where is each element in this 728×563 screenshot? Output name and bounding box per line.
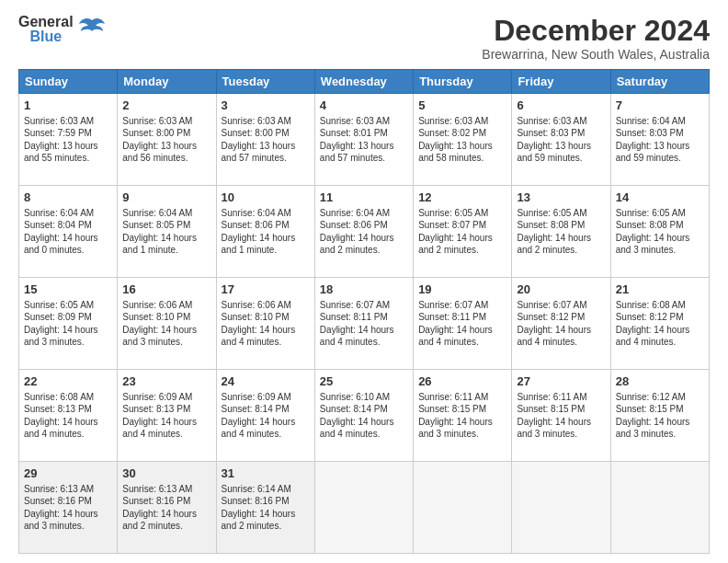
- daylight-text: Daylight: 14 hours and 4 minutes.: [320, 417, 394, 440]
- sunrise-text: Sunrise: 6:03 AM: [320, 116, 390, 126]
- day-number: 9: [122, 190, 210, 206]
- day-number: 28: [616, 373, 704, 390]
- logo: General Blue: [18, 15, 107, 44]
- calendar-cell: 3 Sunrise: 6:03 AM Sunset: 8:00 PM Dayli…: [216, 94, 314, 186]
- logo-blue: Blue: [29, 29, 62, 44]
- calendar-cell: 9 Sunrise: 6:04 AM Sunset: 8:05 PM Dayli…: [118, 186, 216, 278]
- calendar-day-header: Monday: [118, 70, 216, 94]
- title-block: December 2024 Brewarrina, New South Wale…: [482, 15, 710, 62]
- sunset-text: Sunset: 8:13 PM: [24, 404, 92, 414]
- day-number: 12: [418, 190, 506, 206]
- daylight-text: Daylight: 13 hours and 56 minutes.: [122, 141, 197, 164]
- day-number: 8: [24, 190, 112, 206]
- calendar-day-header: Sunday: [19, 70, 118, 94]
- sunrise-text: Sunrise: 6:07 AM: [418, 300, 488, 310]
- daylight-text: Daylight: 13 hours and 59 minutes.: [616, 141, 690, 164]
- calendar-cell: [414, 462, 512, 554]
- calendar-cell: 25 Sunrise: 6:10 AM Sunset: 8:14 PM Dayl…: [314, 370, 413, 462]
- sunset-text: Sunset: 8:02 PM: [418, 128, 486, 138]
- day-number: 2: [122, 98, 210, 114]
- daylight-text: Daylight: 14 hours and 2 minutes.: [517, 233, 591, 256]
- calendar-cell: 29 Sunrise: 6:13 AM Sunset: 8:16 PM Dayl…: [19, 462, 118, 554]
- daylight-text: Daylight: 14 hours and 2 minutes.: [320, 233, 394, 256]
- sunrise-text: Sunrise: 6:07 AM: [517, 300, 586, 310]
- daylight-text: Daylight: 14 hours and 3 minutes.: [616, 233, 690, 256]
- day-number: 24: [222, 373, 310, 390]
- calendar-body: 1 Sunrise: 6:03 AM Sunset: 7:59 PM Dayli…: [19, 94, 710, 554]
- day-number: 19: [418, 282, 506, 298]
- day-number: 25: [320, 373, 408, 390]
- sunset-text: Sunset: 8:15 PM: [616, 404, 684, 414]
- calendar-cell: 24 Sunrise: 6:09 AM Sunset: 8:14 PM Dayl…: [216, 370, 314, 462]
- daylight-text: Daylight: 14 hours and 1 minute.: [222, 233, 296, 256]
- day-number: 29: [24, 465, 112, 482]
- daylight-text: Daylight: 14 hours and 4 minutes.: [222, 325, 296, 348]
- calendar-day-header: Wednesday: [314, 70, 413, 94]
- daylight-text: Daylight: 14 hours and 3 minutes.: [122, 325, 197, 348]
- sunrise-text: Sunrise: 6:03 AM: [24, 116, 94, 126]
- calendar-cell: 2 Sunrise: 6:03 AM Sunset: 8:00 PM Dayli…: [118, 94, 216, 186]
- day-number: 23: [122, 373, 210, 390]
- sunset-text: Sunset: 8:15 PM: [418, 404, 486, 414]
- sunrise-text: Sunrise: 6:13 AM: [24, 484, 94, 494]
- calendar-cell: 7 Sunrise: 6:04 AM Sunset: 8:03 PM Dayli…: [610, 94, 709, 186]
- sunset-text: Sunset: 8:09 PM: [24, 312, 92, 322]
- sunset-text: Sunset: 8:00 PM: [222, 128, 290, 138]
- calendar-day-header: Tuesday: [216, 70, 314, 94]
- day-number: 16: [122, 282, 210, 298]
- daylight-text: Daylight: 14 hours and 4 minutes.: [122, 417, 197, 440]
- sunrise-text: Sunrise: 6:04 AM: [122, 208, 192, 218]
- sunrise-text: Sunrise: 6:03 AM: [517, 116, 586, 126]
- sunset-text: Sunset: 8:16 PM: [122, 496, 190, 506]
- day-number: 6: [517, 98, 605, 114]
- sunrise-text: Sunrise: 6:03 AM: [222, 116, 291, 126]
- day-number: 30: [122, 465, 210, 482]
- calendar-cell: 26 Sunrise: 6:11 AM Sunset: 8:15 PM Dayl…: [414, 370, 512, 462]
- sunrise-text: Sunrise: 6:06 AM: [122, 300, 192, 310]
- sunrise-text: Sunrise: 6:06 AM: [222, 300, 291, 310]
- sunset-text: Sunset: 8:07 PM: [418, 220, 486, 230]
- calendar-cell: 13 Sunrise: 6:05 AM Sunset: 8:08 PM Dayl…: [512, 186, 610, 278]
- daylight-text: Daylight: 14 hours and 3 minutes.: [24, 509, 98, 532]
- sunrise-text: Sunrise: 6:13 AM: [122, 484, 192, 494]
- day-number: 4: [320, 98, 408, 114]
- sunset-text: Sunset: 7:59 PM: [24, 128, 92, 138]
- daylight-text: Daylight: 14 hours and 4 minutes.: [517, 325, 591, 348]
- daylight-text: Daylight: 14 hours and 3 minutes.: [24, 325, 98, 348]
- calendar-cell: 21 Sunrise: 6:08 AM Sunset: 8:12 PM Dayl…: [610, 278, 709, 370]
- daylight-text: Daylight: 14 hours and 2 minutes.: [122, 509, 197, 532]
- daylight-text: Daylight: 14 hours and 4 minutes.: [418, 325, 493, 348]
- day-number: 5: [418, 98, 506, 114]
- sunset-text: Sunset: 8:08 PM: [616, 220, 684, 230]
- day-number: 31: [222, 465, 310, 482]
- sunrise-text: Sunrise: 6:04 AM: [222, 208, 291, 218]
- sunrise-text: Sunrise: 6:08 AM: [616, 300, 686, 310]
- calendar-cell: [314, 462, 413, 554]
- day-number: 3: [222, 98, 310, 114]
- sunrise-text: Sunrise: 6:05 AM: [616, 208, 686, 218]
- day-number: 18: [320, 282, 408, 298]
- sunset-text: Sunset: 8:10 PM: [222, 312, 290, 322]
- sunset-text: Sunset: 8:15 PM: [517, 404, 585, 414]
- sunrise-text: Sunrise: 6:08 AM: [24, 392, 94, 402]
- sunset-text: Sunset: 8:08 PM: [517, 220, 585, 230]
- sunrise-text: Sunrise: 6:03 AM: [418, 116, 488, 126]
- calendar-cell: 12 Sunrise: 6:05 AM Sunset: 8:07 PM Dayl…: [414, 186, 512, 278]
- sunrise-text: Sunrise: 6:12 AM: [616, 392, 686, 402]
- day-number: 27: [517, 373, 605, 390]
- sunset-text: Sunset: 8:16 PM: [222, 496, 290, 506]
- page-subtitle: Brewarrina, New South Wales, Australia: [482, 47, 710, 62]
- sunset-text: Sunset: 8:03 PM: [616, 128, 684, 138]
- calendar-day-header: Friday: [512, 70, 610, 94]
- calendar-cell: 23 Sunrise: 6:09 AM Sunset: 8:13 PM Dayl…: [118, 370, 216, 462]
- calendar-cell: 4 Sunrise: 6:03 AM Sunset: 8:01 PM Dayli…: [314, 94, 413, 186]
- daylight-text: Daylight: 14 hours and 3 minutes.: [517, 417, 591, 440]
- day-number: 26: [418, 373, 506, 390]
- day-number: 22: [24, 373, 112, 390]
- sunset-text: Sunset: 8:16 PM: [24, 496, 92, 506]
- calendar-cell: 15 Sunrise: 6:05 AM Sunset: 8:09 PM Dayl…: [19, 278, 118, 370]
- sunset-text: Sunset: 8:00 PM: [122, 128, 190, 138]
- calendar-cell: 31 Sunrise: 6:14 AM Sunset: 8:16 PM Dayl…: [216, 462, 314, 554]
- sunset-text: Sunset: 8:06 PM: [222, 220, 290, 230]
- sunset-text: Sunset: 8:13 PM: [122, 404, 190, 414]
